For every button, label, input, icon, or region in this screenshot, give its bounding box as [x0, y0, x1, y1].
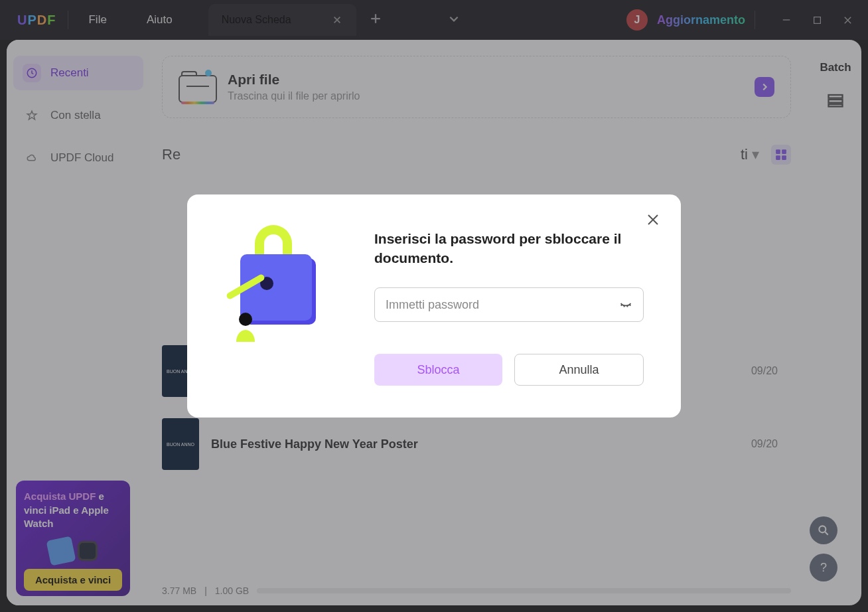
password-input[interactable] — [374, 287, 644, 322]
close-icon[interactable] — [645, 212, 661, 228]
cancel-button[interactable]: Annulla — [514, 354, 644, 386]
svg-point-10 — [239, 313, 252, 326]
eye-icon[interactable] — [618, 296, 633, 313]
unlock-button[interactable]: Sblocca — [374, 354, 502, 386]
lock-illustration — [224, 222, 337, 342]
password-modal: Inserisci la password per sbloccare il d… — [187, 194, 681, 418]
modal-title: Inserisci la password per sbloccare il d… — [374, 229, 644, 268]
modal-overlay: Inserisci la password per sbloccare il d… — [0, 0, 868, 612]
